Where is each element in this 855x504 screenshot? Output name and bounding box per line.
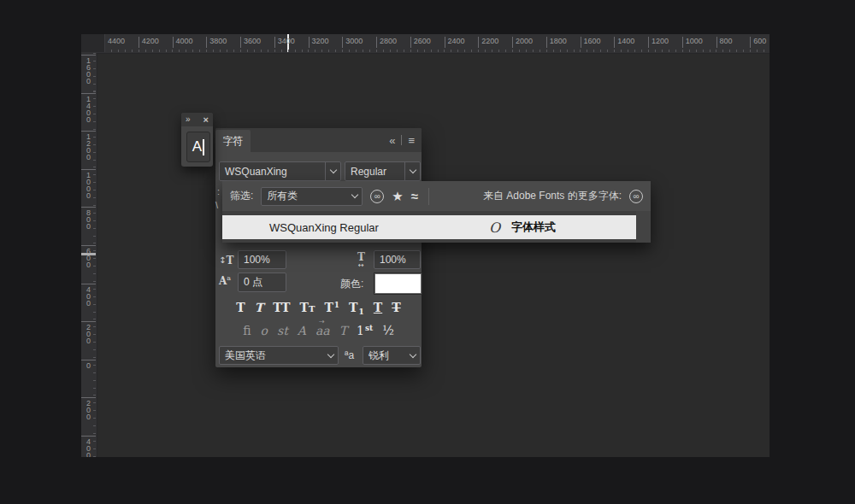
titling-alternates-button[interactable]: T [339,325,347,337]
underline-button[interactable]: T [374,302,382,314]
standard-ligatures-button[interactable]: fi [243,325,251,337]
baseline-shift-input[interactable]: 0 点 [238,273,286,292]
v-ruler-label: 0 [81,360,96,369]
text-color-swatch[interactable] [374,273,422,295]
font-style-dropdown[interactable]: Regular [345,161,421,181]
adobe-fonts-label: 来自 Adobe Fonts 的更多字体: [483,189,622,203]
font-item-name: WSQuanXing Regular [269,221,379,234]
v-ruler-label: 2 0 0 [81,321,96,344]
faux-italic-button[interactable]: T [255,302,263,314]
text-cursor [203,139,204,155]
format-buttons-row: TTTTTTT1T1TT [222,297,415,318]
close-icon[interactable]: × [203,115,209,125]
font-list-item[interactable]: WSQuanXing Regular O 字体样式 [222,215,636,239]
h-ruler-label: 2600 [410,37,431,48]
baseline-shift-icon: Aa [219,275,231,287]
favorites-star-icon[interactable]: ★ [392,190,403,202]
h-ruler-label: 3200 [309,37,329,48]
strikethrough-button[interactable]: T [392,302,400,314]
stylistic-alternates-button[interactable]: A [298,325,306,337]
panel-menu-icon[interactable]: ≡ [408,135,415,146]
ruler-origin-box[interactable] [81,34,105,52]
h-ruler-label: 2000 [512,37,533,48]
character-panel: 字符 « ≡ WSQuanXing Regular : \ ↕T 100% T↔… [215,128,422,367]
swash-button[interactable]: o [261,325,268,337]
collapse-to-icons-icon[interactable]: « [389,135,395,146]
hidden-kerning-fragment: : [217,186,220,196]
horizontal-scale-input[interactable]: 100% [374,250,421,269]
font-filter-bar: 筛选: 所有类 ∞ ★ ≈ 来自 Adobe Fonts 的更多字体: ∞ [222,181,651,211]
h-ruler-label: 3800 [206,37,227,48]
collapsed-panel-group: » × A [181,113,213,167]
chevron-down-icon [405,347,420,364]
vertical-scale-icon: ↕T [219,254,233,266]
adobe-fonts-link-icon[interactable]: ∞ [629,190,643,203]
h-ruler-label: 800 [716,37,733,48]
v-ruler-label: 1 2 0 0 [81,131,96,161]
character-glyph: A [192,138,202,155]
vertical-ruler[interactable]: 1 6 0 01 4 0 01 2 0 01 0 0 08 0 06 0 04 … [81,53,97,457]
chevron-down-icon [404,162,420,180]
tab-character[interactable]: 字符 [215,130,251,152]
show-similar-fonts-icon[interactable]: ≈ [411,190,418,202]
h-ruler-label: 1400 [614,37,634,48]
horizontal-scale-icon: T↔ [357,251,365,269]
subscript-button[interactable]: T1 [349,302,364,314]
chevron-down-icon [347,188,362,205]
vertical-scale-input[interactable]: 100% [238,250,286,269]
h-ruler-label: 2400 [445,37,465,48]
font-class-filter-dropdown[interactable]: 所有类 [261,187,363,206]
discretionary-ligatures-button[interactable]: st [277,325,288,337]
h-ruler-label: 1800 [546,37,567,48]
small-caps-button[interactable]: TT [300,302,315,314]
h-ruler-label: 3400 [274,37,295,48]
character-panel-header: 字符 « ≡ [215,128,422,152]
chevron-down-icon [323,347,338,364]
font-sample-text: 字体样式 [511,220,556,235]
horizontal-ruler[interactable]: 4400420040003800360034003200300028002600… [81,34,770,54]
ordinals-button[interactable]: 1st [357,325,373,337]
expand-panels-icon[interactable]: » [186,115,191,124]
h-ruler-label: 1600 [581,37,601,48]
v-ruler-label: 8 0 0 [81,207,96,230]
v-ruler-label: 1 6 0 0 [81,55,96,85]
font-sample-glyph: O [489,220,500,236]
opentype-buttons-row: fiostAaaT1st½ [222,320,415,341]
contextual-alternates-button[interactable]: aa [315,325,330,337]
all-caps-button[interactable]: TT [273,302,290,314]
color-label: 颜色: [340,277,363,291]
filter-bar-divider [428,188,429,205]
character-panel-icon-button[interactable]: A [186,132,210,162]
font-picker-flyout: 筛选: 所有类 ∞ ★ ≈ 来自 Adobe Fonts 的更多字体: ∞ WS… [222,181,651,243]
language-dropdown[interactable]: 美国英语 [219,346,339,365]
h-ruler-label: 2800 [376,37,397,48]
h-ruler-label: 3000 [342,37,363,48]
h-ruler-label: 4000 [173,37,193,48]
scrollbar-track[interactable] [636,211,651,243]
fractions-button[interactable]: ½ [382,325,394,337]
h-ruler-label: 1000 [682,37,703,48]
chevron-down-icon [325,162,340,180]
font-style-value: Regular [345,166,404,178]
hidden-tracking-fragment: \ [215,200,218,210]
h-ruler-label: 4400 [104,37,125,48]
anti-alias-dropdown[interactable]: 锐利 [363,346,421,365]
h-ruler-label: 600 [750,37,766,48]
v-ruler-label: 2 0 0 [81,397,96,420]
document-canvas: 4400420040003800360034003200300028002600… [81,34,770,457]
h-ruler-label: 4200 [139,37,159,48]
faux-bold-button[interactable]: T [236,302,245,314]
superscript-button[interactable]: T1 [324,302,339,314]
language-value: 美国英语 [220,349,323,363]
font-family-dropdown[interactable]: WSQuanXing [219,161,341,181]
creative-cloud-filter-icon[interactable]: ∞ [370,190,384,203]
v-ruler-label: 1 0 0 0 [81,169,96,199]
h-ruler-label: 3600 [240,37,261,48]
font-class-filter-value: 所有类 [262,189,347,203]
v-ruler-label: 4 0 0 [81,436,96,457]
collapsed-panel-header: » × [181,113,213,126]
application-background: 4400420040003800360034003200300028002600… [0,0,855,504]
filter-label: 筛选: [230,189,253,203]
h-ruler-label: 1200 [648,37,669,48]
h-ruler-label: 2200 [478,37,498,48]
